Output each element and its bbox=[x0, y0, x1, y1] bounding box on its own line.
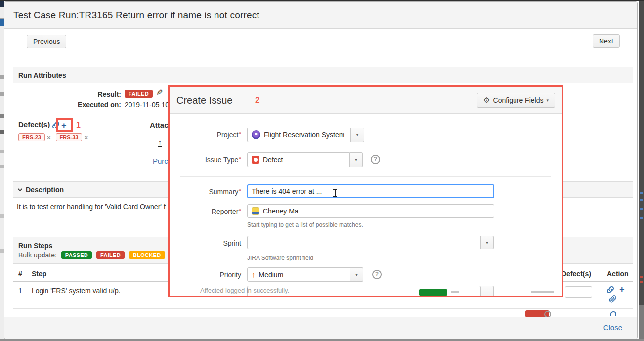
reporter-input[interactable]: Cheney Ma bbox=[247, 204, 494, 218]
chevron-down-icon: ▾ bbox=[486, 240, 488, 245]
dialog-titlebar: Test Case Run:TR3165 Return error if nam… bbox=[4, 2, 637, 29]
issue-type-label-text: Issue Type bbox=[205, 156, 238, 164]
description-title: Description bbox=[26, 186, 64, 194]
bulk-passed-button[interactable]: PASSED bbox=[61, 251, 92, 259]
bulk-update-label: Bulk update: bbox=[18, 251, 57, 259]
left-edge-fragment bbox=[0, 165, 4, 168]
right-edge-fragment bbox=[640, 276, 643, 278]
column-header-step: Step bbox=[32, 270, 46, 278]
bulk-failed-button[interactable]: FAILED bbox=[96, 251, 125, 259]
priority-label: Priority bbox=[170, 271, 241, 279]
defects-label: Defect(s) bbox=[18, 120, 50, 128]
text-fragment bbox=[531, 291, 554, 293]
summary-input[interactable] bbox=[247, 184, 494, 198]
user-avatar bbox=[252, 207, 259, 215]
sprint-label-text: Sprint bbox=[223, 239, 241, 247]
project-label-text: Project bbox=[217, 131, 239, 139]
configure-fields-label: Configure Fields bbox=[493, 96, 544, 104]
left-edge-fragment bbox=[0, 19, 4, 26]
configure-fields-button[interactable]: ⚙ Configure Fields ▾ bbox=[477, 93, 555, 108]
summary-label: Summary* bbox=[170, 188, 241, 196]
required-asterisk: * bbox=[239, 156, 241, 163]
text-cursor bbox=[335, 190, 336, 197]
run-steps-title: Run Steps bbox=[18, 242, 52, 250]
left-edge-fragment bbox=[0, 1, 4, 7]
left-edge-fragment bbox=[0, 214, 4, 218]
right-edge-fragment bbox=[639, 305, 644, 339]
attachment-paperclip-icon[interactable] bbox=[609, 295, 617, 303]
issue-type-dropdown-button[interactable]: ▾ bbox=[350, 152, 363, 167]
defect-tag-list: FRS-23 × FRS-33 × bbox=[18, 133, 93, 141]
executed-on-label: Executed on: bbox=[49, 101, 121, 109]
project-select[interactable]: Flight Reservation System (F… bbox=[247, 128, 351, 142]
help-icon[interactable]: ? bbox=[371, 155, 380, 164]
sprint-label: Sprint bbox=[170, 239, 241, 247]
annotation-1: 1 bbox=[76, 121, 81, 129]
chevron-down-icon bbox=[18, 187, 23, 192]
chevron-down-icon: ▾ bbox=[355, 272, 358, 277]
page-bottom-edge bbox=[0, 339, 644, 341]
required-asterisk: * bbox=[239, 131, 241, 138]
text-fragment bbox=[451, 291, 459, 293]
attachments-label-fragment: Attac bbox=[150, 121, 169, 129]
column-header-defects: Defect(s) bbox=[561, 270, 591, 278]
icon-fragment bbox=[610, 311, 616, 316]
chevron-down-icon: ▾ bbox=[355, 157, 357, 162]
run-attributes-header: Run Attributes bbox=[13, 67, 633, 83]
priority-select[interactable]: ↑ Medium bbox=[247, 267, 350, 282]
page-top-edge bbox=[0, 0, 644, 1]
add-defect-button[interactable]: + bbox=[619, 285, 625, 294]
remove-tag-icon[interactable]: × bbox=[47, 134, 51, 141]
add-defect-button[interactable]: + bbox=[61, 121, 67, 130]
left-edge-fragment bbox=[0, 75, 4, 79]
next-button[interactable]: Next bbox=[593, 34, 620, 48]
help-icon[interactable]: ? bbox=[372, 270, 382, 279]
screen: Test Case Run:TR3165 Return error if nam… bbox=[0, 0, 644, 341]
result-status-badge: FAILED bbox=[125, 90, 153, 98]
link-defect-icon[interactable] bbox=[606, 285, 615, 294]
priority-value: Medium bbox=[259, 271, 284, 279]
right-edge-fragment bbox=[640, 281, 643, 283]
annotation-box-1: + bbox=[56, 118, 73, 132]
annotation-2: 2 bbox=[255, 95, 259, 105]
run-attributes-title: Run Attributes bbox=[18, 71, 66, 79]
remove-tag-icon[interactable]: × bbox=[84, 134, 88, 141]
right-edge-fragment bbox=[640, 217, 643, 219]
chevron-down-icon: ▾ bbox=[356, 132, 359, 137]
page-right-edge bbox=[639, 1, 644, 339]
page-left-edge bbox=[0, 1, 4, 339]
gear-icon: ⚙ bbox=[483, 96, 490, 105]
sprint-input[interactable] bbox=[247, 236, 481, 249]
bulk-blocked-button[interactable]: BLOCKED bbox=[129, 251, 165, 259]
priority-dropdown-button[interactable]: ▾ bbox=[350, 267, 363, 282]
chevron-down-icon: ▾ bbox=[546, 98, 549, 103]
close-link[interactable]: Close bbox=[603, 323, 622, 332]
priority-label-text: Priority bbox=[219, 271, 241, 279]
defect-tag[interactable]: FRS-33 bbox=[56, 133, 83, 141]
step-row-num: 1 bbox=[18, 287, 22, 295]
priority-medium-icon: ↑ bbox=[252, 270, 256, 279]
right-edge-fragment bbox=[640, 199, 643, 201]
upload-icon[interactable]: ↑ bbox=[158, 139, 162, 147]
previous-button[interactable]: Previous bbox=[27, 35, 66, 48]
project-dropdown-button[interactable]: ▾ bbox=[351, 128, 364, 142]
required-asterisk: * bbox=[239, 188, 241, 195]
left-edge-fragment bbox=[0, 130, 4, 134]
column-header-num: # bbox=[18, 270, 22, 278]
summary-label-text: Summary bbox=[209, 188, 238, 196]
create-issue-header: Create Issue 2 ⚙ Configure Fields ▾ bbox=[170, 87, 562, 114]
sprint-help-text: JIRA Software sprint field bbox=[247, 255, 313, 261]
defect-tag[interactable]: FRS-23 bbox=[18, 133, 45, 141]
step-row-text: Login 'FRS' system valid u/p. bbox=[32, 287, 121, 295]
right-edge-fragment bbox=[640, 208, 643, 210]
reporter-help-text: Start typing to get a list of possible m… bbox=[247, 221, 363, 228]
edit-result-pencil-icon[interactable]: ✎ bbox=[156, 88, 163, 97]
required-asterisk: * bbox=[239, 208, 241, 214]
project-avatar-icon bbox=[252, 130, 260, 139]
left-edge-fragment bbox=[0, 150, 4, 153]
issue-type-select[interactable]: Defect bbox=[247, 152, 350, 167]
sprint-dropdown-button[interactable]: ▾ bbox=[481, 236, 494, 249]
column-header-action: Action bbox=[607, 270, 629, 278]
purchase-link-fragment[interactable]: Purc bbox=[153, 157, 168, 165]
page-title: Test Case Run:TR3165 Return error if nam… bbox=[4, 2, 637, 29]
